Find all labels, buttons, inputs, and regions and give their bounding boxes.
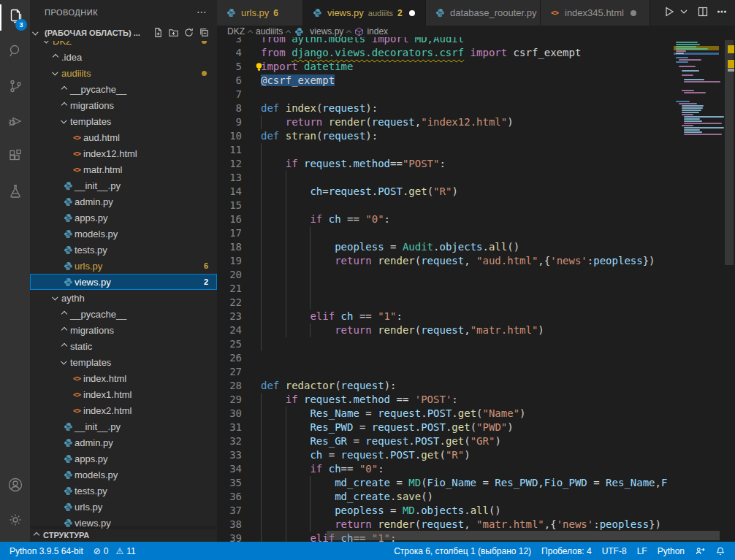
vscode-window: 3 — [0, 0, 735, 560]
line-number: 6 — [217, 74, 242, 88]
code-line-31: 31 Res_PWD = request.POST.get("PWD") — [217, 421, 674, 434]
language-mode-status[interactable]: Python — [652, 542, 690, 560]
tree-item-apps-py[interactable]: apps.py — [30, 210, 217, 226]
account-button[interactable] — [0, 469, 30, 504]
tree-item--pycache-[interactable]: __pycache__ — [30, 306, 217, 322]
tree-item-admin-py[interactable]: admin.py — [30, 434, 217, 450]
split-editor-icon[interactable] — [697, 6, 709, 20]
minimap-code-line — [676, 42, 698, 43]
workspace-section-header[interactable]: (РАБОЧАЯ ОБЛАСТЬ) ... — [30, 25, 217, 41]
indent-guide — [261, 282, 262, 296]
problems-status[interactable]: ⊘ 0 ⚠ 11 — [88, 542, 144, 560]
python-file-icon — [61, 245, 75, 255]
tree-item-apps-py[interactable]: apps.py — [30, 450, 217, 467]
tab-urls-py[interactable]: urls.py6 — [217, 0, 303, 26]
tree-item-models-py[interactable]: models.py — [30, 226, 217, 242]
breadcrumb-item-dkz[interactable]: DKZ — [227, 26, 245, 37]
tree-item-static[interactable]: static — [30, 338, 217, 354]
warning-marker — [728, 60, 734, 68]
tree-item-index1-html[interactable]: <>index1.html — [30, 386, 217, 402]
tree-item-audiiits[interactable]: audiiits — [30, 65, 217, 81]
breadcrumb-separator-icon — [286, 26, 290, 37]
breadcrumb-item-views-py[interactable]: views.py — [294, 26, 343, 37]
eol-status[interactable]: LF — [632, 542, 652, 560]
tree-item-templates[interactable]: templates — [30, 113, 217, 129]
tree-item-index-html[interactable]: <>index.html — [30, 370, 217, 386]
python-file-icon — [224, 8, 237, 18]
code-line-18: 18 peopless = Audit.objects.all() — [217, 240, 674, 254]
code-line-11: 11 — [217, 143, 674, 157]
tree-item-views-py[interactable]: views.py — [30, 515, 217, 529]
collapse-all-icon[interactable] — [199, 27, 210, 39]
tree-item-models-py[interactable]: models.py — [30, 467, 217, 483]
tree-item-dkz[interactable]: DKZ — [30, 41, 217, 49]
tree-item-admin-py[interactable]: admin.py — [30, 193, 217, 210]
run-dropdown-chevron-icon[interactable] — [678, 6, 690, 20]
chevron-right-icon — [58, 344, 70, 348]
tree-item--init-py[interactable]: __init__.py — [30, 418, 217, 434]
tab-description: audiiits — [368, 9, 393, 18]
new-file-icon[interactable] — [153, 27, 164, 39]
code-editor[interactable]: 3from aythh.models import MD,Audit4from … — [217, 37, 674, 542]
run-python-file-icon[interactable] — [663, 6, 675, 20]
tree-item-aythh[interactable]: aythh — [30, 290, 217, 306]
dirty-indicator-dot[interactable] — [631, 10, 636, 16]
breadcrumb-item-index[interactable]: index — [354, 26, 388, 37]
minimap-code-line — [684, 118, 700, 120]
tree-item-migrations[interactable]: migrations — [30, 97, 217, 113]
tree-item-urls-py[interactable]: urls.py6 — [30, 258, 217, 274]
search-button[interactable] — [0, 35, 30, 70]
dirty-indicator-dot[interactable] — [409, 10, 415, 16]
notifications-bell-icon[interactable] — [710, 542, 731, 560]
testing-button[interactable] — [0, 175, 30, 210]
source-control-button[interactable] — [0, 70, 30, 105]
quick-fix-lightbulb-icon[interactable] — [254, 61, 264, 75]
tree-item--init-py[interactable]: __init__.py — [30, 177, 217, 193]
refresh-icon[interactable] — [183, 27, 194, 39]
new-folder-icon[interactable] — [168, 27, 179, 39]
more-actions-icon[interactable] — [716, 6, 728, 20]
minimap[interactable] — [674, 37, 721, 542]
tree-item-index12-html[interactable]: <>index12.html — [30, 145, 217, 161]
code-line-38: 38 return render(request, "matr.html",{'… — [217, 518, 674, 532]
horizontal-scrollbar[interactable] — [327, 531, 720, 540]
tree-item-matr-html[interactable]: <>matr.html — [30, 161, 217, 177]
tree-item-label: index12.html — [83, 148, 137, 159]
tree-item-urls-py[interactable]: urls.py — [30, 499, 217, 515]
tab-index345-html[interactable]: <>index345.html — [541, 0, 650, 26]
breadcrumb-item-audiiits[interactable]: audiiits — [256, 26, 283, 37]
settings-button[interactable] — [0, 504, 30, 539]
tab-database-roouter-py[interactable]: database_roouter.py — [426, 0, 541, 26]
outline-section-header[interactable]: СТРУКТУРА — [30, 529, 217, 542]
code-line-19: 19 return render(request, "aud.html",{'n… — [217, 254, 674, 268]
minimap-code-line — [682, 114, 694, 115]
indentation-status[interactable]: Пробелов: 4 — [536, 542, 597, 560]
tree-item-views-py[interactable]: views.py2 — [30, 274, 217, 290]
tree-item-tests-py[interactable]: tests.py — [30, 483, 217, 499]
tree-item--idea[interactable]: .idea — [30, 49, 217, 65]
line-number: 22 — [217, 296, 242, 310]
sidebar-more-actions-icon[interactable]: ⋯ — [197, 0, 207, 26]
error-count: 0 — [104, 546, 109, 556]
tree-item-tests-py[interactable]: tests.py — [30, 242, 217, 258]
encoding-status[interactable]: UTF-8 — [597, 542, 632, 560]
tree-item-index2-html[interactable]: <>index2.html — [30, 402, 217, 418]
html-file-icon: <> — [548, 9, 561, 17]
tree-item--pycache-[interactable]: __pycache__ — [30, 81, 217, 97]
tree-item-aud-html[interactable]: <>aud.html — [30, 129, 217, 145]
minimap-code-line — [684, 129, 700, 131]
feedback-icon[interactable] — [690, 542, 710, 560]
scrollbar-thumb[interactable] — [725, 40, 734, 265]
tree-item-templates[interactable]: templates — [30, 354, 217, 370]
vertical-scrollbar[interactable] — [723, 26, 735, 542]
tab-views-py[interactable]: views.pyaudiiits2 — [303, 0, 426, 26]
run-debug-button[interactable] — [0, 105, 30, 140]
line-number: 25 — [217, 337, 242, 351]
extensions-button[interactable] — [0, 140, 30, 175]
tree-item-migrations[interactable]: migrations — [30, 322, 217, 338]
line-number: 8 — [217, 101, 242, 115]
python-interpreter-status[interactable]: Python 3.9.5 64-bit — [4, 542, 88, 560]
cursor-position-status[interactable]: Строка 6, столбец 1 (выбрано 12) — [389, 542, 536, 560]
explorer-button[interactable]: 3 — [0, 0, 30, 35]
html-file-icon: <> — [70, 375, 83, 383]
